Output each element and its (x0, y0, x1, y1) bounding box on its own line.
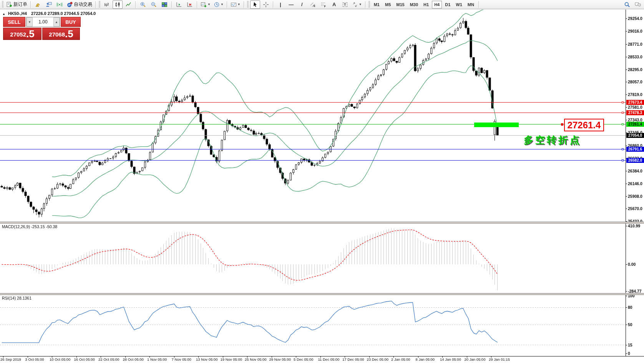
zoom-in-icon (140, 2, 146, 8)
shapes-button[interactable]: ▼ (351, 0, 363, 9)
channel-icon: E (310, 2, 316, 8)
gold-bar-button[interactable] (33, 0, 43, 9)
sell-price-fraction: .5 (26, 29, 35, 39)
timeframe-toolbar: M1M5M15M30H1H4D1W1MN (371, 1, 477, 8)
timeframe-d1[interactable]: D1 (443, 1, 453, 8)
ohlc-values: 27226.0 27289.0 27044.5 27054.0 (31, 11, 96, 16)
timeframe-m5[interactable]: M5 (383, 1, 393, 8)
timeframe-h4[interactable]: H4 (432, 1, 442, 8)
channel-button[interactable]: E (308, 0, 318, 9)
toolbar-separator (135, 1, 136, 8)
macd-indicator-label: MACD(12,26,9) -253.15 -50.38 (2, 224, 57, 229)
search-icon (624, 2, 630, 8)
volume-increase-button[interactable]: ▲ (53, 17, 60, 27)
one-click-trading-panel: SELL ▼ 1.00 ▲ BUY 27052 .5 27068 .5 (3, 17, 81, 40)
accounts-button[interactable] (44, 0, 54, 9)
dropdown-caret: ▼ (237, 3, 241, 6)
sell-price-main: 27052 (10, 30, 26, 39)
price-axis-border (626, 10, 626, 356)
period-button[interactable]: ▼ (212, 0, 225, 9)
cursor-icon (252, 2, 258, 8)
vertical-line-icon: | (280, 2, 281, 8)
text-icon: A (332, 2, 336, 8)
trendline-icon: / (301, 2, 303, 8)
highlight-bar[interactable] (474, 123, 519, 127)
tile-windows-button[interactable] (159, 0, 169, 9)
highlight-price-callout[interactable]: 27261.4 (564, 119, 604, 131)
arrows-icon (352, 2, 358, 8)
dropdown-caret: ▼ (221, 3, 224, 6)
profiles-button[interactable]: ▼ (229, 0, 242, 9)
chat-button[interactable] (633, 0, 643, 9)
buy-price-button[interactable]: 27068 .5 (42, 28, 80, 40)
toolbar-grip[interactable] (2, 1, 3, 8)
toolbar-separator (365, 1, 366, 8)
text-label-button[interactable]: T (340, 0, 350, 9)
terminal-window: 29254.029016.028771.028533.028295.028057… (0, 0, 644, 363)
chart-canvas[interactable] (0, 0, 644, 363)
sell-button[interactable]: SELL (3, 17, 25, 27)
chart-shift-button[interactable] (185, 0, 195, 9)
candlestick-chart-icon (115, 2, 121, 8)
svg-text:E: E (314, 5, 315, 7)
tile-windows-icon (161, 2, 168, 8)
toolbar-separator (171, 1, 172, 8)
auto-trading-icon (66, 2, 73, 8)
new-chart-button[interactable]: ▼ (199, 0, 212, 9)
signals-button[interactable] (55, 0, 65, 9)
candlestick-chart-button[interactable] (113, 0, 123, 9)
crosshair-icon (263, 2, 269, 8)
horizontal-line-button[interactable]: — (286, 0, 296, 9)
volume-stepper: ▼ 1.00 ▲ (26, 17, 60, 27)
auto-trading-button[interactable]: 自动交易 (65, 0, 93, 9)
volume-decrease-button[interactable]: ▼ (27, 17, 33, 27)
gold-bar-icon (35, 2, 41, 8)
timeframe-m30[interactable]: M30 (408, 1, 420, 8)
toolbar-separator (95, 1, 96, 8)
text-button[interactable]: A (329, 0, 339, 9)
turning-point-label[interactable]: 多空转折点 (524, 134, 581, 146)
zoom-in-button[interactable] (138, 0, 148, 9)
new-chart-icon (201, 2, 207, 8)
crosshair-button[interactable] (261, 0, 271, 9)
toolbar-separator (244, 1, 244, 8)
pane-splitter[interactable] (0, 222, 644, 224)
trendline-button[interactable]: / (297, 0, 307, 9)
bar-chart-button[interactable] (102, 0, 112, 9)
timeframe-mn[interactable]: MN (465, 1, 476, 8)
toolbar-separator (227, 1, 227, 8)
search-button[interactable] (622, 0, 632, 9)
clock-icon (214, 2, 220, 8)
toolbar-grip[interactable] (247, 1, 249, 8)
profiles-icon (231, 2, 237, 8)
line-chart-icon (125, 2, 131, 8)
fibonacci-icon: F (320, 2, 327, 8)
cursor-button[interactable] (250, 0, 260, 9)
sell-price-button[interactable]: 27052 .5 (3, 28, 41, 40)
auto-trading-label: 自动交易 (74, 1, 92, 8)
fibonacci-button[interactable]: F (319, 0, 329, 9)
buy-price-fraction: .5 (65, 29, 73, 39)
new-order-button[interactable]: 新订单 (5, 0, 28, 9)
buy-button[interactable]: BUY (61, 17, 81, 27)
buy-price-main: 27068 (49, 30, 65, 39)
callout-anchor-square (561, 123, 563, 126)
vertical-line-button[interactable]: | (276, 0, 285, 9)
zoom-out-button[interactable] (149, 0, 159, 9)
timeframe-m1[interactable]: M1 (372, 1, 382, 8)
volume-input[interactable]: 1.00 (33, 17, 53, 27)
line-chart-button[interactable] (123, 0, 133, 9)
auto-scroll-button[interactable] (174, 0, 184, 9)
pane-splitter[interactable] (0, 293, 644, 295)
chart-title: ▲ HK50-,H4 27226.0 27289.0 27044.5 27054… (2, 11, 96, 16)
bar-chart-icon (104, 2, 110, 8)
text-label-icon: T (343, 2, 347, 7)
toolbar-grip[interactable] (99, 1, 100, 8)
timeframe-w1[interactable]: W1 (453, 1, 465, 8)
time-axis-border (0, 356, 644, 356)
collapse-objects-icon[interactable]: ▲ (2, 12, 5, 16)
toolbar-grip[interactable] (368, 1, 370, 8)
timeframe-m15[interactable]: M15 (394, 1, 407, 8)
timeframe-h1[interactable]: H1 (421, 1, 431, 8)
toolbar-separator (273, 1, 274, 8)
